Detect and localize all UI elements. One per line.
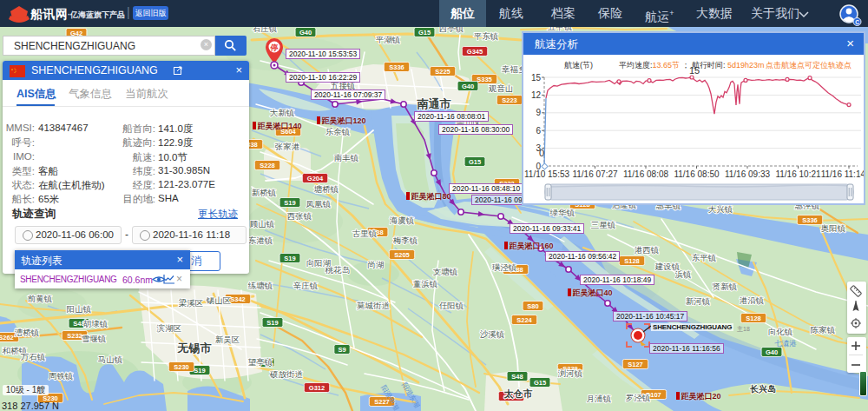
svg-text:观音山: 观音山 [489, 83, 514, 93]
svg-text:古里镇: 古里镇 [352, 229, 378, 238]
svg-text:雪堰镇: 雪堰镇 [82, 334, 107, 343]
svg-text:S336: S336 [802, 216, 818, 224]
svg-text:G40: G40 [462, 83, 474, 90]
svg-text:S262: S262 [0, 334, 14, 341]
svg-text:无锡市: 无锡市 [177, 341, 212, 355]
svg-text:S228: S228 [260, 162, 275, 169]
svg-text:七潹港: 七潹港 [774, 339, 797, 348]
svg-text:石庄镇: 石庄镇 [253, 27, 278, 33]
svg-text:董浜镇: 董浜镇 [413, 279, 438, 288]
svg-text:大新镇: 大新镇 [270, 108, 295, 117]
svg-text:S232: S232 [67, 332, 82, 340]
svg-text:新吴区: 新吴区 [215, 335, 240, 344]
svg-text:港西镇: 港西镇 [635, 245, 660, 255]
svg-text:南通市: 南通市 [417, 97, 451, 110]
svg-text:S205: S205 [394, 251, 410, 259]
svg-text:G40: G40 [299, 29, 312, 36]
svg-text:11/16 07:27: 11/16 07:27 [572, 169, 618, 179]
svg-text:塘桥镇: 塘桥镇 [313, 184, 339, 194]
svg-text:滨湖区: 滨湖区 [156, 323, 182, 333]
svg-text:沙溪镇: 沙溪镇 [480, 329, 505, 339]
svg-text:西张镇: 西张镇 [287, 211, 312, 221]
svg-text:S223: S223 [502, 96, 517, 104]
svg-text:梁溪区: 梁溪区 [179, 298, 204, 308]
svg-text:乐余镇: 乐余镇 [326, 127, 351, 136]
svg-text:S224: S224 [516, 316, 532, 324]
svg-text:阳山镇: 阳山镇 [67, 304, 92, 314]
svg-text:S230: S230 [174, 363, 189, 371]
svg-text:海虞镇: 海虞镇 [390, 215, 415, 225]
svg-text:G312: G312 [309, 384, 325, 392]
svg-text:G40: G40 [766, 348, 778, 356]
svg-text:G15: G15 [469, 158, 481, 166]
svg-text:平东镇: 平东镇 [474, 31, 499, 41]
svg-text:太仓市: 太仓市 [503, 388, 533, 399]
svg-text:练塘镇: 练塘镇 [248, 281, 273, 290]
svg-text:长兴岛: 长兴岛 [749, 384, 776, 394]
svg-text:莫城街道: 莫城街道 [357, 301, 391, 310]
svg-text:S19: S19 [266, 319, 278, 327]
svg-text:15: 15 [689, 65, 700, 76]
svg-text:S335: S335 [477, 76, 492, 83]
svg-text:硕放街道: 硕放街道 [269, 369, 304, 379]
svg-text:张家港: 张家港 [275, 142, 300, 151]
svg-text:浜镇: 浜镇 [675, 269, 692, 279]
svg-text:G345: G345 [467, 48, 483, 56]
svg-text:万石镇: 万石镇 [21, 352, 46, 361]
svg-text:G15: G15 [418, 29, 431, 36]
svg-text:港沿镇: 港沿镇 [740, 295, 765, 305]
svg-text:向化镇: 向化镇 [768, 327, 793, 336]
svg-text:平潮镇: 平潮镇 [376, 35, 401, 44]
svg-text:S19: S19 [284, 255, 295, 262]
svg-text:航速(节): 航速(节) [564, 61, 593, 70]
svg-text:11/16 08:50: 11/16 08:50 [674, 169, 720, 179]
svg-text:15: 15 [531, 73, 542, 83]
svg-text:浏河镇: 浏河镇 [558, 368, 583, 378]
svg-text:马山镇: 马山镇 [98, 355, 123, 364]
svg-text:胡埭镇: 胡埭镇 [83, 319, 108, 328]
svg-text:S19: S19 [284, 199, 295, 207]
svg-text:S128: S128 [746, 315, 761, 322]
svg-text:东平镇: 东平镇 [692, 253, 717, 262]
svg-text:S342: S342 [230, 295, 246, 303]
svg-text:大兴镇: 大兴镇 [708, 204, 733, 214]
svg-text:点击航速点可定位轨迹点: 点击航速点可定位轨迹点 [766, 61, 852, 70]
svg-text:S80: S80 [527, 302, 538, 310]
svg-text:璜泾镇: 璜泾镇 [492, 262, 517, 272]
svg-text:11/16 11:14: 11/16 11:14 [821, 169, 864, 179]
svg-text:支塘镇: 支塘镇 [433, 267, 458, 276]
svg-text:C: C [855, 19, 859, 25]
svg-text:11/16 10:21: 11/16 10:21 [775, 169, 821, 179]
svg-text:罗泾镇: 罗泾镇 [626, 393, 651, 402]
svg-text:月浦镇: 月浦镇 [587, 394, 612, 403]
svg-text:S19: S19 [194, 367, 205, 375]
svg-text:S225: S225 [435, 68, 450, 76]
svg-text:S128: S128 [624, 257, 640, 265]
svg-text:向阳湖: 向阳湖 [306, 258, 332, 268]
svg-text:S336: S336 [389, 63, 404, 71]
svg-text:锡山区: 锡山区 [206, 295, 232, 305]
svg-text:0: 0 [539, 148, 544, 158]
svg-text:G204: G204 [307, 175, 324, 182]
svg-text:顾山镇: 顾山镇 [250, 219, 275, 229]
svg-text:停: 停 [270, 43, 279, 52]
svg-text:新桥镇: 新桥镇 [252, 188, 277, 197]
svg-text:11/16 09:33: 11/16 09:33 [725, 169, 771, 179]
svg-text:12: 12 [531, 90, 542, 100]
svg-text:新河镇: 新河镇 [686, 296, 711, 306]
svg-text:凤凰镇: 凤凰镇 [306, 199, 332, 209]
svg-text:任阳镇: 任阳镇 [439, 301, 464, 310]
svg-text:S9: S9 [338, 346, 345, 354]
svg-text:尚湖: 尚湖 [368, 260, 385, 269]
svg-text:陈家镇: 陈家镇 [811, 325, 836, 335]
svg-text:绿华镇: 绿华镇 [549, 208, 575, 217]
svg-text:东港镇: 东港镇 [248, 235, 273, 245]
svg-text:S127: S127 [628, 361, 643, 368]
svg-text:G15: G15 [534, 379, 546, 387]
svg-text:奥阳镇: 奥阳镇 [821, 223, 846, 233]
svg-text:三星镇: 三星镇 [591, 220, 616, 229]
svg-text:9: 9 [536, 108, 541, 117]
svg-text:6: 6 [536, 126, 541, 136]
svg-text:梅李镇: 梅李镇 [393, 235, 418, 245]
svg-text:南丰镇: 南丰镇 [334, 153, 359, 162]
